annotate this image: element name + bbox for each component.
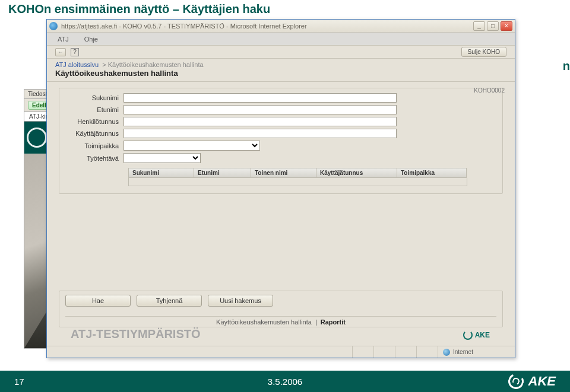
input-kayttajatunnus[interactable] bbox=[124, 129, 397, 138]
col-sukunimi[interactable]: Sukunimi bbox=[128, 168, 194, 178]
col-toinen-nimi[interactable]: Toinen nimi bbox=[251, 168, 316, 178]
select-toimipaikka[interactable] bbox=[124, 141, 260, 151]
col-toimipaikka[interactable]: Toimipaikka bbox=[397, 168, 467, 178]
col-etunimi[interactable]: Etunimi bbox=[194, 168, 251, 178]
footer-swirl-icon bbox=[506, 371, 525, 391]
slide-footer: 17 3.5.2006 AKE bbox=[0, 371, 570, 392]
status-empty-seg bbox=[352, 346, 373, 358]
label-sukunimi: Sukunimi bbox=[66, 94, 124, 101]
label-tyotehtava: Työtehtävä bbox=[66, 155, 124, 162]
input-etunimi[interactable] bbox=[124, 105, 397, 114]
help-button[interactable]: ? bbox=[71, 48, 79, 56]
results-grid-body bbox=[128, 178, 467, 186]
content-area: KOHO0002 Sukunimi Etunimi Henkilötunnus … bbox=[47, 82, 515, 346]
label-etunimi: Etunimi bbox=[66, 106, 124, 113]
section-links: Käyttöoikeushakemusten hallinta | Raport… bbox=[65, 316, 496, 326]
footer-logo-text: AKE bbox=[528, 374, 556, 389]
page-heading: Käyttöoikeushakemusten hallinta bbox=[47, 69, 515, 82]
search-button[interactable]: Hae bbox=[65, 295, 131, 307]
nav-back-button[interactable]: ← bbox=[55, 48, 66, 56]
action-bar: Hae Tyhjennä Uusi hakemus Käyttöoikeusha… bbox=[59, 291, 503, 327]
slide-title: KOHOn ensimmäinen näyttö – Käyttäjien ha… bbox=[0, 0, 570, 21]
window-minimize-button[interactable]: _ bbox=[473, 21, 485, 31]
ake-small-logo-text: AKE bbox=[475, 331, 490, 339]
footer-logo: AKE bbox=[508, 374, 556, 389]
search-form-card: KOHO0002 Sukunimi Etunimi Henkilötunnus … bbox=[59, 88, 503, 194]
input-henkilotunnus[interactable] bbox=[124, 117, 397, 126]
new-application-button[interactable]: Uusi hakemus bbox=[208, 295, 273, 307]
status-empty-seg bbox=[395, 346, 416, 358]
slide-page-number: 17 bbox=[14, 377, 24, 387]
label-toimipaikka: Toimipaikka bbox=[66, 142, 124, 149]
close-koho-button[interactable]: Sulje KOHO bbox=[461, 47, 506, 57]
breadcrumb: ATJ aloitussivu > Käyttöoikeushakemusten… bbox=[47, 59, 515, 69]
app-menubar: ATJ Ohje bbox=[47, 33, 515, 46]
ake-swirl-icon bbox=[463, 330, 473, 340]
window-close-button[interactable]: × bbox=[501, 21, 512, 31]
label-kayttajatunnus: Käyttäjätunnus bbox=[66, 130, 124, 137]
status-bar: Internet bbox=[47, 346, 515, 358]
globe-icon bbox=[443, 349, 450, 356]
status-empty-seg bbox=[373, 346, 395, 358]
input-sukunimi[interactable] bbox=[124, 93, 397, 103]
ie-icon bbox=[49, 22, 58, 30]
slide-date: 3.5.2006 bbox=[268, 377, 302, 387]
select-tyotehtava[interactable] bbox=[124, 153, 201, 163]
section-link-raportit[interactable]: Raportit bbox=[321, 318, 346, 326]
section-link-hallinta[interactable]: Käyttöoikeushakemusten hallinta bbox=[216, 318, 312, 326]
status-empty-seg bbox=[416, 346, 438, 358]
section-link-separator: | bbox=[315, 318, 317, 326]
status-zone: Internet bbox=[438, 346, 515, 358]
ie-window: https://atjtesti.ake.fi - KOHO v0.5.7 - … bbox=[46, 19, 515, 358]
environment-label: ATJ-TESTIYMPÄRISTÖ bbox=[59, 327, 213, 342]
app-toolbar: ← ? Sulje KOHO bbox=[47, 46, 515, 59]
menu-ohje[interactable]: Ohje bbox=[84, 36, 98, 43]
screen-code: KOHO0002 bbox=[474, 87, 505, 94]
breadcrumb-separator: > bbox=[102, 61, 106, 68]
results-grid-header: Sukunimi Etunimi Toinen nimi Käyttäjätun… bbox=[128, 168, 495, 178]
ake-small-logo: AKE bbox=[463, 330, 490, 340]
menu-atj[interactable]: ATJ bbox=[58, 36, 69, 43]
status-zone-text: Internet bbox=[453, 349, 473, 355]
window-titlebar: https://atjtesti.ake.fi - KOHO v0.5.7 - … bbox=[47, 20, 515, 33]
label-henkilotunnus: Henkilötunnus bbox=[66, 118, 124, 125]
status-done-icon bbox=[47, 346, 55, 358]
window-maximize-button[interactable]: □ bbox=[487, 21, 499, 31]
background-logo-swirl-icon bbox=[27, 128, 47, 148]
breadcrumb-current: Käyttöoikeushakemusten hallinta bbox=[108, 61, 204, 68]
window-title: https://atjtesti.ake.fi - KOHO v0.5.7 - … bbox=[61, 23, 470, 30]
breadcrumb-root-link[interactable]: ATJ aloitussivu bbox=[55, 61, 99, 68]
truncated-text-right: n bbox=[563, 59, 570, 73]
clear-button[interactable]: Tyhjennä bbox=[137, 295, 202, 307]
col-kayttajatunnus[interactable]: Käyttäjätunnus bbox=[316, 168, 397, 178]
